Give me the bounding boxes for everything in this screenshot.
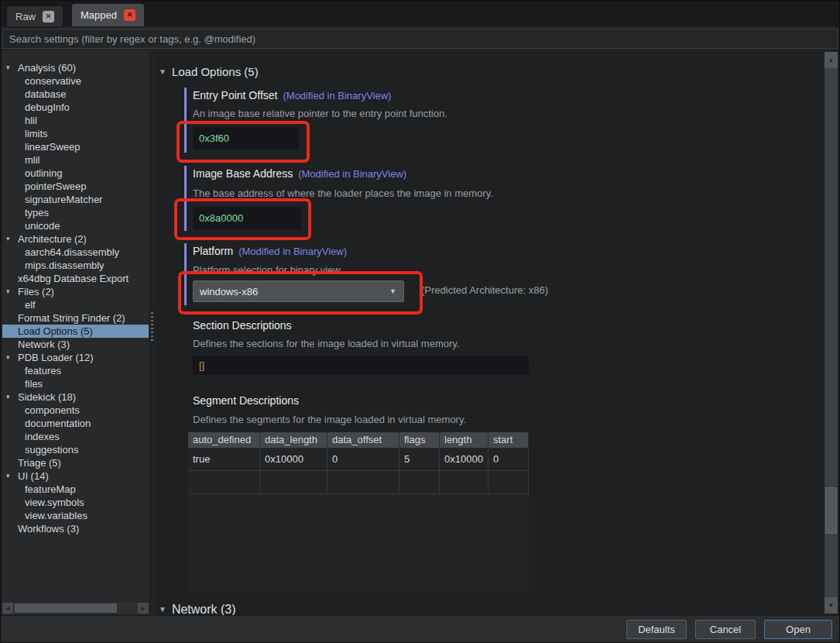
sidebar-item-documentation[interactable]: documentation bbox=[2, 417, 149, 430]
settings-vertical-scrollbar[interactable]: ▲ ▼ bbox=[825, 52, 838, 614]
column-header[interactable]: auto_defined bbox=[188, 432, 260, 448]
sidebar-item-indexes[interactable]: indexes bbox=[2, 430, 149, 443]
sidebar-item-view-symbols[interactable]: view.symbols bbox=[2, 496, 149, 509]
sidebar-item-format-string-finder[interactable]: Format String Finder (2) bbox=[2, 311, 149, 325]
table-row-empty[interactable] bbox=[188, 471, 529, 494]
column-header[interactable]: data_length bbox=[260, 432, 327, 448]
collapse-arrow-icon[interactable]: ▾ bbox=[6, 61, 10, 74]
sidebar-item-mlil[interactable]: mlil bbox=[2, 153, 149, 167]
collapse-arrow-icon[interactable]: ▾ bbox=[6, 285, 10, 298]
setting-title-segment-descriptions: Segment Descriptions bbox=[193, 394, 299, 407]
sidebar-item-network[interactable]: Network (3) bbox=[2, 338, 149, 351]
scroll-down-icon[interactable]: ▼ bbox=[825, 597, 838, 614]
modified-indicator-bar bbox=[184, 243, 187, 305]
scroll-right-icon[interactable]: ► bbox=[138, 603, 149, 614]
settings-search-input[interactable] bbox=[3, 29, 837, 48]
cancel-button[interactable]: Cancel bbox=[695, 620, 756, 639]
sidebar-item-view-variables[interactable]: view.variables bbox=[2, 509, 149, 522]
sidebar-item-label: UI (14) bbox=[18, 470, 49, 482]
sidebar-item-workflows[interactable]: Workflows (3) bbox=[2, 522, 149, 535]
table-cell-empty[interactable] bbox=[188, 471, 260, 494]
sidebar-item-linearsweep[interactable]: linearSweep bbox=[2, 140, 149, 153]
splitter-handle-icon[interactable] bbox=[151, 312, 153, 343]
image-base-address-input[interactable] bbox=[193, 207, 301, 229]
table-cell[interactable]: 0 bbox=[489, 448, 529, 471]
table-cell[interactable]: 0x10000 bbox=[260, 448, 327, 471]
setting-description: The base address of where the loader pla… bbox=[193, 187, 493, 199]
sidebar-item-analysis[interactable]: ▾Analysis (60) bbox=[2, 61, 149, 74]
sidebar-item-hlil[interactable]: hlil bbox=[2, 114, 149, 127]
sidebar-item-featuremap[interactable]: featureMap bbox=[2, 483, 149, 496]
sidebar-item-aarch64-disassembly[interactable]: aarch64.disassembly bbox=[2, 246, 149, 259]
setting-description: An image base relative pointer to the en… bbox=[193, 108, 447, 119]
sidebar-item-elf[interactable]: elf bbox=[2, 298, 149, 311]
table-cell[interactable]: 0 bbox=[327, 448, 399, 471]
sidebar-item-components[interactable]: components bbox=[2, 404, 149, 417]
table-cell-empty[interactable] bbox=[327, 471, 399, 494]
sidebar-item-signaturematcher[interactable]: signatureMatcher bbox=[2, 193, 149, 206]
sidebar-item-mips-disassembly[interactable]: mips.disassembly bbox=[2, 259, 149, 272]
column-header[interactable]: flags bbox=[399, 432, 440, 448]
scroll-left-icon[interactable]: ◄ bbox=[2, 603, 13, 614]
sidebar-item-features[interactable]: features bbox=[2, 364, 149, 377]
sidebar-item-database[interactable]: database bbox=[2, 88, 149, 101]
sidebar-item-label: files bbox=[25, 378, 43, 390]
sidebar-item-sidekick[interactable]: ▾Sidekick (18) bbox=[2, 390, 149, 404]
close-icon[interactable]: ✕ bbox=[124, 9, 135, 21]
sidebar-item-architecture[interactable]: ▾Architecture (2) bbox=[2, 232, 149, 246]
close-icon[interactable]: ✕ bbox=[43, 11, 54, 22]
tab-mapped-label: Mapped bbox=[81, 9, 117, 21]
section-descriptions-input[interactable] bbox=[193, 356, 529, 375]
scrollbar-thumb[interactable] bbox=[825, 487, 837, 534]
section-header-load-options[interactable]: ▼Load Options (5) bbox=[159, 65, 259, 78]
table-cell-empty[interactable] bbox=[440, 471, 489, 494]
sidebar-item-outlining[interactable]: outlining bbox=[2, 167, 149, 180]
entry-point-offset-input[interactable] bbox=[193, 127, 299, 150]
table-cell-empty[interactable] bbox=[260, 471, 327, 494]
sidebar-item-ui[interactable]: ▾UI (14) bbox=[2, 469, 149, 483]
sidebar-item-debuginfo[interactable]: debugInfo bbox=[2, 101, 149, 114]
table-cell-empty[interactable] bbox=[399, 471, 440, 494]
platform-dropdown[interactable]: windows-x86 ▼ bbox=[193, 280, 404, 302]
scroll-up-icon[interactable]: ▲ bbox=[825, 52, 838, 68]
sidebar-item-limits[interactable]: limits bbox=[2, 127, 149, 140]
sidebar-item-pointersweep[interactable]: pointerSweep bbox=[2, 180, 149, 193]
collapse-arrow-icon[interactable]: ▾ bbox=[6, 390, 10, 404]
table-cell-empty[interactable] bbox=[489, 471, 529, 494]
sidebar-item-load-options[interactable]: Load Options (5) bbox=[2, 325, 149, 338]
collapse-arrow-icon[interactable]: ▾ bbox=[6, 469, 10, 483]
sidebar-item-types[interactable]: types bbox=[2, 206, 149, 219]
table-row[interactable]: true 0x10000 0 5 0x10000 0 bbox=[188, 448, 529, 471]
tab-mapped[interactable]: Mapped ✕ bbox=[72, 4, 144, 26]
sidebar-item-label: hlil bbox=[25, 115, 37, 126]
section-header-network[interactable]: ▼Network (3) bbox=[159, 603, 236, 615]
defaults-button[interactable]: Defaults bbox=[626, 620, 687, 639]
column-header[interactable]: start bbox=[489, 432, 529, 448]
sidebar-item-label: components bbox=[25, 404, 80, 416]
table-cell[interactable]: true bbox=[188, 448, 260, 471]
sidebar-item-files-pdb[interactable]: files bbox=[2, 377, 149, 390]
sidebar-item-pdb-loader[interactable]: ▾PDB Loader (12) bbox=[2, 351, 149, 364]
collapse-arrow-icon[interactable]: ▾ bbox=[6, 232, 10, 246]
sidebar-item-suggestions[interactable]: suggestions bbox=[2, 443, 149, 456]
scrollbar-thumb[interactable] bbox=[15, 603, 117, 613]
table-cell[interactable]: 5 bbox=[399, 448, 440, 471]
sidebar-item-label: suggestions bbox=[25, 444, 78, 456]
table-header-row: auto_defined data_length data_offset fla… bbox=[188, 432, 529, 448]
column-header[interactable]: length bbox=[440, 432, 489, 448]
collapse-arrow-icon[interactable]: ▼ bbox=[159, 67, 166, 76]
tab-raw[interactable]: Raw ✕ bbox=[7, 6, 63, 26]
open-button[interactable]: Open bbox=[764, 620, 832, 639]
sidebar-item-conservative[interactable]: conservative bbox=[2, 74, 149, 88]
table-cell[interactable]: 0x10000 bbox=[440, 448, 489, 471]
sidebar-item-label: debugInfo bbox=[25, 101, 70, 113]
sidebar-item-unicode[interactable]: unicode bbox=[2, 219, 149, 232]
sidebar-horizontal-scrollbar[interactable]: ◄ ► bbox=[2, 603, 149, 614]
collapse-arrow-icon[interactable]: ▾ bbox=[6, 351, 10, 364]
sidebar-item-triage[interactable]: Triage (5) bbox=[2, 456, 149, 469]
sidebar-splitter[interactable] bbox=[149, 50, 156, 615]
sidebar-item-files[interactable]: ▾Files (2) bbox=[2, 285, 149, 298]
column-header[interactable]: data_offset bbox=[327, 432, 399, 448]
collapse-arrow-icon[interactable]: ▼ bbox=[159, 605, 166, 614]
sidebar-item-x64dbg-database-export[interactable]: x64dbg Database Export bbox=[2, 272, 149, 285]
